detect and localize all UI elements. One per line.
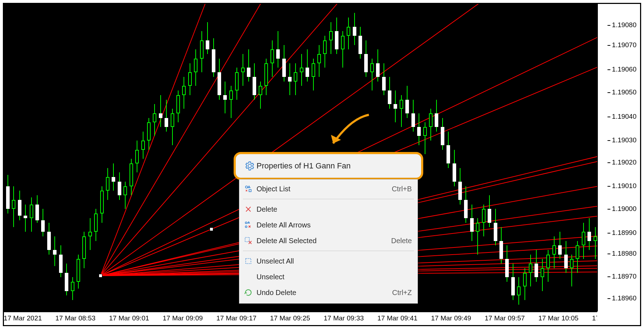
menu-delete-all-arrows-label: Delete All Arrows xyxy=(254,221,412,229)
price-axis[interactable]: 1.190801.190701.190601.190501.190401.190… xyxy=(597,4,640,311)
shapes-icon xyxy=(242,185,254,193)
time-tick: 17 Mar 09:57 xyxy=(485,314,525,322)
menu-undo-delete-label: Undo Delete xyxy=(254,289,392,297)
svg-rect-19 xyxy=(249,190,251,192)
menu-object-list-shortcut: Ctrl+B xyxy=(392,185,412,193)
menu-item-undo-delete[interactable]: Undo Delete Ctrl+Z xyxy=(239,285,418,300)
time-tick: 17 Mar 09:25 xyxy=(270,314,310,322)
price-tick: 1.19060 xyxy=(612,65,636,73)
menu-item-unselect[interactable]: Unselect xyxy=(239,269,418,285)
x-icon xyxy=(242,205,254,213)
svg-point-21 xyxy=(245,226,247,228)
menu-unselect-label: Unselect xyxy=(254,273,412,281)
shapes-x-icon xyxy=(242,221,254,229)
price-tick: 1.18970 xyxy=(612,272,636,280)
price-tick: 1.19020 xyxy=(612,158,636,166)
menu-undo-delete-shortcut: Ctrl+Z xyxy=(392,289,412,297)
gann-fan-handle-origin[interactable] xyxy=(99,274,102,278)
menu-item-delete[interactable]: Delete xyxy=(239,201,418,217)
menu-item-delete-all-selected[interactable]: Delete All Selected Delete xyxy=(239,233,418,249)
menu-item-unselect-all[interactable]: Unselect All xyxy=(239,253,418,269)
menu-delete-all-selected-shortcut: Delete xyxy=(391,237,412,245)
time-tick: 17 Mar 2021 xyxy=(4,314,42,322)
price-tick: 1.19010 xyxy=(612,182,636,190)
context-menu: Object List Ctrl+B Delete Delete All Arr… xyxy=(239,179,418,304)
svg-point-18 xyxy=(245,186,248,188)
gann-fan-handle-second[interactable] xyxy=(210,227,213,231)
price-tick: 1.19000 xyxy=(612,205,636,213)
menu-item-object-list[interactable]: Object List Ctrl+B xyxy=(239,181,418,197)
price-tick: 1.19040 xyxy=(612,113,636,121)
menu-unselect-all-label: Unselect All xyxy=(254,257,412,265)
time-axis[interactable]: 17 Mar 202117 Mar 08:5317 Mar 09:0117 Ma… xyxy=(4,311,597,325)
price-tick: 1.18980 xyxy=(612,250,636,257)
svg-point-20 xyxy=(245,222,247,224)
time-tick: 17 Mar 10:05 xyxy=(538,314,579,322)
time-tick: 17 Mar 09:41 xyxy=(377,314,418,322)
menu-delete-all-selected-label: Delete All Selected xyxy=(254,237,391,245)
time-tick: 17 Mar 09:33 xyxy=(324,314,364,322)
time-tick: 17 Mar 08:53 xyxy=(55,314,96,322)
menu-item-delete-all-arrows[interactable]: Delete All Arrows xyxy=(239,217,418,233)
select-x-icon xyxy=(242,236,254,245)
menu-delete-label: Delete xyxy=(254,205,412,213)
menu-separator xyxy=(243,251,414,251)
price-tick: 1.19050 xyxy=(612,88,636,96)
time-tick: 17 Mar 09:01 xyxy=(109,314,149,322)
price-tick: 1.19080 xyxy=(612,21,636,29)
menu-item-properties-highlight[interactable]: Properties of H1 Gann Fan xyxy=(234,152,423,180)
time-tick: 17 Mar 10:13 xyxy=(592,314,597,322)
time-tick: 17 Mar 09:09 xyxy=(163,314,203,322)
gear-icon xyxy=(243,161,257,171)
dashed-square-icon xyxy=(242,257,254,265)
time-tick: 17 Mar 09:49 xyxy=(431,314,471,322)
time-tick: 17 Mar 09:17 xyxy=(216,314,257,322)
price-tick: 1.18960 xyxy=(612,294,636,302)
undo-icon xyxy=(242,288,254,297)
menu-object-list-label: Object List xyxy=(254,185,392,193)
menu-properties-label: Properties of H1 Gann Fan xyxy=(257,161,351,171)
price-tick: 1.19070 xyxy=(612,41,636,49)
price-tick: 1.18990 xyxy=(612,229,636,237)
price-tick: 1.19030 xyxy=(612,136,636,144)
svg-rect-23 xyxy=(246,259,251,264)
chart-window: 1.190801.190701.190601.190501.190401.190… xyxy=(3,3,641,326)
menu-separator xyxy=(243,199,414,199)
